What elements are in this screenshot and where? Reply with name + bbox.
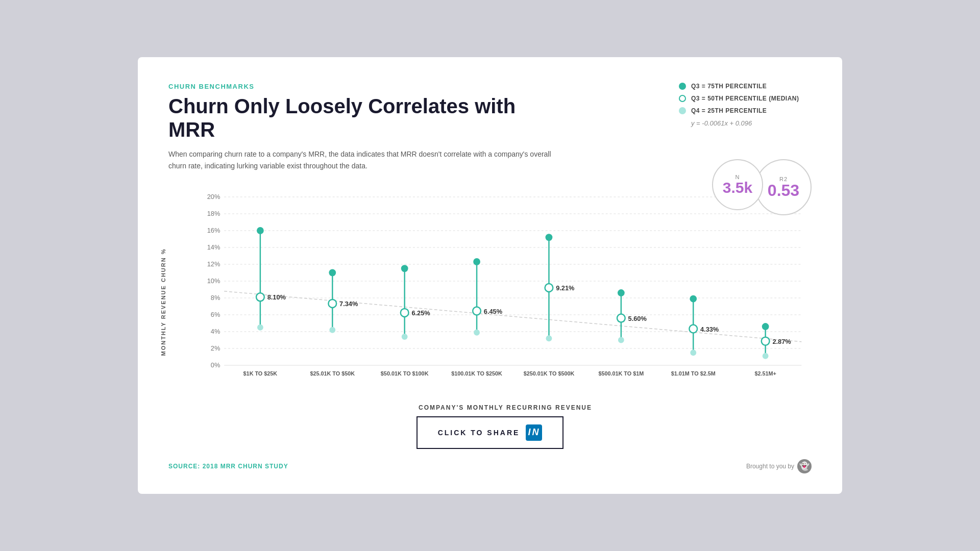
svg-point-38 xyxy=(401,309,409,317)
svg-text:6.45%: 6.45% xyxy=(484,307,503,315)
legend: Q3 = 75TH PERCENTILE Q3 = 50TH PERCENTIL… xyxy=(679,83,812,127)
svg-point-49 xyxy=(546,335,552,341)
svg-point-37 xyxy=(402,334,408,340)
svg-text:$1.01M TO $2.5M: $1.01M TO $2.5M xyxy=(671,370,716,377)
legend-label-q3-75: Q3 = 75TH PERCENTILE xyxy=(691,83,767,90)
svg-point-55 xyxy=(618,337,624,343)
legend-item-q1-25: Q4 = 25TH PERCENTILE xyxy=(679,107,812,114)
main-title: Churn Only Loosely Correlates with MRR xyxy=(168,94,551,141)
svg-point-32 xyxy=(328,299,336,308)
brought-by-label: Brought to you by xyxy=(746,463,794,470)
legend-label-q1-25: Q4 = 25TH PERCENTILE xyxy=(691,107,767,114)
svg-text:0%: 0% xyxy=(211,361,220,369)
svg-point-30 xyxy=(329,269,336,276)
svg-point-50 xyxy=(545,284,553,292)
svg-point-48 xyxy=(546,234,553,241)
header-left: CHURN BENCHMARKS Churn Only Loosely Corr… xyxy=(168,83,551,171)
svg-text:12%: 12% xyxy=(207,260,220,268)
chart-area: MONTHLY REVENUE CHURN % 0%2%4%6%8%10%12%… xyxy=(168,187,812,411)
svg-line-22 xyxy=(224,291,801,342)
svg-text:10%: 10% xyxy=(207,277,220,285)
svg-text:6.25%: 6.25% xyxy=(411,309,430,317)
svg-point-36 xyxy=(401,265,408,272)
svg-text:8%: 8% xyxy=(211,294,220,302)
svg-point-43 xyxy=(474,330,480,336)
svg-point-61 xyxy=(690,349,696,356)
svg-point-24 xyxy=(257,227,264,234)
n-value: 3.5k xyxy=(723,180,752,195)
svg-point-42 xyxy=(473,258,480,265)
svg-text:7.34%: 7.34% xyxy=(339,300,358,308)
svg-text:2.87%: 2.87% xyxy=(772,337,791,345)
x-axis-label: COMPANY'S MONTHLY RECURRING REVENUE xyxy=(199,404,812,411)
svg-point-25 xyxy=(257,324,263,331)
legend-dot-outline xyxy=(679,95,686,102)
svg-text:$25.01K TO $50K: $25.01K TO $50K xyxy=(310,370,355,377)
svg-text:20%: 20% xyxy=(207,193,220,201)
svg-text:6%: 6% xyxy=(211,311,220,318)
y-axis-label: MONTHLY REVENUE CHURN % xyxy=(160,248,166,356)
svg-text:8.10%: 8.10% xyxy=(267,293,286,301)
legend-item-median: Q3 = 50TH PERCENTILE (MEDIAN) xyxy=(679,95,812,102)
svg-point-66 xyxy=(762,323,769,330)
share-button[interactable]: CLICK TO SHARE in xyxy=(416,416,564,449)
svg-point-44 xyxy=(473,307,481,315)
legend-formula: y = -0.0061x + 0.096 xyxy=(679,119,812,127)
source-text: SOURCE: 2018 MRR CHURN STUDY xyxy=(168,463,288,470)
svg-text:$2.51M+: $2.51M+ xyxy=(754,370,776,377)
footer-row: SOURCE: 2018 MRR CHURN STUDY Brought to … xyxy=(168,459,812,473)
svg-text:$50.01K TO $100K: $50.01K TO $100K xyxy=(381,370,429,377)
chart-svg: 0%2%4%6%8%10%12%14%16%18%20%8.10%$1K TO … xyxy=(199,187,812,386)
brought-by: Brought to you by 👻 xyxy=(746,459,812,473)
svg-point-67 xyxy=(763,353,769,359)
subtitle: When comparing churn rate to a company's… xyxy=(168,148,551,171)
svg-point-31 xyxy=(329,327,335,333)
svg-text:$250.01K TO $500K: $250.01K TO $500K xyxy=(524,370,575,377)
legend-item-q3-75: Q3 = 75TH PERCENTILE xyxy=(679,83,812,90)
legend-dot-light xyxy=(679,107,686,114)
svg-text:9.21%: 9.21% xyxy=(556,284,575,292)
main-card: CHURN BENCHMARKS Churn Only Loosely Corr… xyxy=(138,57,842,494)
svg-text:4.33%: 4.33% xyxy=(700,325,719,333)
legend-dot-filled xyxy=(679,83,686,90)
svg-point-60 xyxy=(690,295,697,303)
n-stat-circle: N 3.5k xyxy=(712,159,763,210)
legend-label-median: Q3 = 50TH PERCENTILE (MEDIAN) xyxy=(691,95,799,102)
svg-text:14%: 14% xyxy=(207,243,220,251)
r2-value: 0.53 xyxy=(768,182,799,198)
svg-text:18%: 18% xyxy=(207,210,220,217)
linkedin-icon: in xyxy=(526,424,542,441)
svg-point-56 xyxy=(617,314,625,322)
svg-text:16%: 16% xyxy=(207,227,220,234)
svg-point-62 xyxy=(689,324,697,333)
header-row: CHURN BENCHMARKS Churn Only Loosely Corr… xyxy=(168,83,812,171)
svg-point-68 xyxy=(762,337,770,345)
svg-text:$100.01K TO $250K: $100.01K TO $250K xyxy=(451,370,502,377)
share-button-label: CLICK TO SHARE xyxy=(438,429,520,437)
section-label: CHURN BENCHMARKS xyxy=(168,83,551,90)
svg-text:4%: 4% xyxy=(211,328,220,335)
share-button-wrap: CLICK TO SHARE in xyxy=(168,416,812,449)
svg-text:2%: 2% xyxy=(211,344,220,352)
svg-text:$500.01K TO $1M: $500.01K TO $1M xyxy=(598,370,644,377)
svg-point-26 xyxy=(256,293,264,301)
brand-logo: 👻 xyxy=(797,459,812,473)
svg-text:$1K TO $25K: $1K TO $25K xyxy=(243,370,278,377)
svg-text:5.60%: 5.60% xyxy=(628,314,647,322)
r2-stat-circle: R2 0.53 xyxy=(755,159,812,215)
svg-point-54 xyxy=(618,289,625,296)
